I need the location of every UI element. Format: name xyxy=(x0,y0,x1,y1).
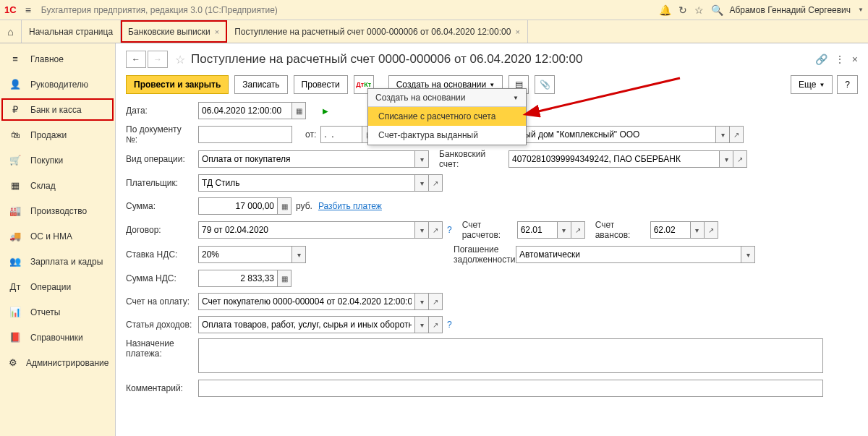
open-icon[interactable]: ▾ xyxy=(715,126,730,143)
sidebar-item-label: Производство xyxy=(30,206,87,216)
sidebar-item-label: Руководителю xyxy=(30,80,88,90)
tab-home[interactable]: ⌂ xyxy=(0,20,22,43)
open-icon[interactable]: ▾ xyxy=(414,150,429,168)
menu-icon[interactable]: ≡ xyxy=(22,3,34,17)
forward-button[interactable]: → xyxy=(148,51,168,68)
contract-label: Договор: xyxy=(126,225,198,235)
back-button[interactable]: ← xyxy=(126,51,146,68)
calc-icon[interactable]: ▦ xyxy=(277,270,292,287)
tab-bank-label: Банковские выписки xyxy=(128,27,210,37)
ext-icon[interactable]: ↗ xyxy=(428,293,443,310)
comment-label: Комментарий: xyxy=(126,383,198,393)
open-icon[interactable]: ▾ xyxy=(741,246,755,263)
sum-input[interactable] xyxy=(198,197,278,215)
ext-icon[interactable]: ↗ xyxy=(733,150,747,168)
ext-icon[interactable]: ↗ xyxy=(428,221,443,239)
org-input[interactable] xyxy=(521,126,716,143)
open-icon[interactable]: ▾ xyxy=(414,221,429,239)
open-icon[interactable]: ▾ xyxy=(414,316,429,333)
sidebar-item-warehouse[interactable]: ▦Склад xyxy=(0,173,115,198)
ext-icon[interactable]: ↗ xyxy=(729,126,744,143)
calendar-icon[interactable]: ▦ xyxy=(292,102,306,119)
invoice-input[interactable] xyxy=(198,293,415,310)
docnum-input[interactable] xyxy=(198,126,292,143)
help-icon[interactable]: ? xyxy=(447,320,452,330)
search-icon[interactable]: 🔍 xyxy=(711,4,723,16)
purpose-textarea[interactable] xyxy=(198,338,823,373)
sidebar-item-bank[interactable]: ₽Банк и касса xyxy=(0,97,115,122)
ext-icon[interactable]: ↗ xyxy=(704,221,718,239)
sidebar-item-label: Операции xyxy=(30,282,71,292)
vat-sum-input[interactable] xyxy=(198,270,278,287)
tab-bank-statements[interactable]: Банковские выписки × xyxy=(121,20,227,43)
sidebar-item-production[interactable]: 🏭Производство xyxy=(0,198,115,223)
tab-doc-label: Поступление на расчетный счет 0000-00000… xyxy=(234,27,511,37)
sidebar-item-payroll[interactable]: 👥Зарплата и кадры xyxy=(0,249,115,274)
status-icon[interactable]: ▶ xyxy=(318,102,333,119)
tab-start[interactable]: Начальная страница xyxy=(22,20,121,43)
ext-icon[interactable]: ↗ xyxy=(428,316,443,333)
dropdown-header: Создать на основании ▼ xyxy=(368,89,526,107)
help-icon[interactable]: ? xyxy=(447,225,452,235)
post-button[interactable]: Провести xyxy=(294,75,348,94)
ruble-icon: ₽ xyxy=(9,104,22,115)
payer-input[interactable] xyxy=(198,174,415,192)
dropdown-item-withdrawal[interactable]: Списание с расчетного счета xyxy=(368,107,526,126)
ext-icon[interactable]: ↗ xyxy=(428,174,443,192)
close-icon[interactable]: × xyxy=(215,27,219,36)
debt-input[interactable] xyxy=(516,246,741,263)
ot-input[interactable] xyxy=(320,126,362,143)
sidebar-item-label: Покупки xyxy=(30,155,63,166)
sidebar-item-label: Склад xyxy=(30,181,56,191)
tab-document[interactable]: Поступление на расчетный счет 0000-00000… xyxy=(227,20,528,43)
sidebar-item-sales[interactable]: 🛍Продажи xyxy=(0,122,115,148)
acc-adv-input[interactable] xyxy=(650,221,691,239)
sidebar-item-label: Продажи xyxy=(30,130,67,140)
ext-icon[interactable]: ↗ xyxy=(571,221,585,239)
close-icon[interactable]: × xyxy=(515,27,519,36)
ot-label: от: xyxy=(305,129,316,140)
write-button[interactable]: Записать xyxy=(234,75,287,94)
split-payment-link[interactable]: Разбить платеж xyxy=(318,201,382,211)
open-icon[interactable]: ▾ xyxy=(719,150,733,168)
optype-input[interactable] xyxy=(198,150,415,168)
sidebar-item-manager[interactable]: 👤Руководителю xyxy=(0,72,115,97)
open-icon[interactable]: ▾ xyxy=(414,174,429,192)
sidebar-item-purchases[interactable]: 🛒Покупки xyxy=(0,148,115,173)
sidebar-item-main[interactable]: ≡Главное xyxy=(0,46,115,72)
more-icon[interactable]: ⋮ xyxy=(835,54,845,65)
calc-icon[interactable]: ▦ xyxy=(277,197,292,215)
income-input[interactable] xyxy=(198,316,415,333)
sidebar-item-reports[interactable]: 📊Отчеты xyxy=(0,299,115,325)
attach-button[interactable]: 📎 xyxy=(535,75,555,94)
close-icon[interactable]: × xyxy=(852,54,858,65)
sidebar-item-operations[interactable]: ДтОперации xyxy=(0,274,115,299)
tabbar: ⌂ Начальная страница Банковские выписки … xyxy=(0,20,868,43)
sidebar-item-assets[interactable]: 🚚ОС и НМА xyxy=(0,223,115,249)
sidebar-item-catalogs[interactable]: 📕Справочники xyxy=(0,325,115,350)
bell-icon[interactable]: 🔔 xyxy=(659,4,671,16)
favorite-icon[interactable]: ☆ xyxy=(175,53,185,67)
user-name[interactable]: Абрамов Геннадий Сергеевич xyxy=(729,5,851,15)
bankacc-input[interactable] xyxy=(509,150,720,168)
acc-settle-input[interactable] xyxy=(517,221,558,239)
more-button[interactable]: Еще▼ xyxy=(791,75,833,94)
link-icon[interactable]: 🔗 xyxy=(815,54,827,65)
post-and-close-button[interactable]: Провести и закрыть xyxy=(126,75,229,94)
history-icon[interactable]: ↻ xyxy=(678,4,687,16)
contract-input[interactable] xyxy=(198,221,415,239)
user-dd-icon[interactable]: ▼ xyxy=(858,7,864,13)
open-icon[interactable]: ▾ xyxy=(292,246,306,263)
vat-rate-input[interactable] xyxy=(198,246,292,263)
open-icon[interactable]: ▾ xyxy=(690,221,705,239)
date-input[interactable] xyxy=(198,102,292,119)
sidebar-item-admin[interactable]: ⚙Администрирование xyxy=(0,350,115,375)
star-icon[interactable]: ☆ xyxy=(694,4,704,16)
open-icon[interactable]: ▾ xyxy=(557,221,571,239)
dropdown-item-invoice[interactable]: Счет-фактура выданный xyxy=(368,126,526,145)
help-button[interactable]: ? xyxy=(837,75,858,94)
currency-label: руб. xyxy=(296,201,312,211)
sidebar-item-label: Главное xyxy=(30,54,64,64)
comment-input[interactable] xyxy=(198,380,823,397)
open-icon[interactable]: ▾ xyxy=(414,293,429,310)
